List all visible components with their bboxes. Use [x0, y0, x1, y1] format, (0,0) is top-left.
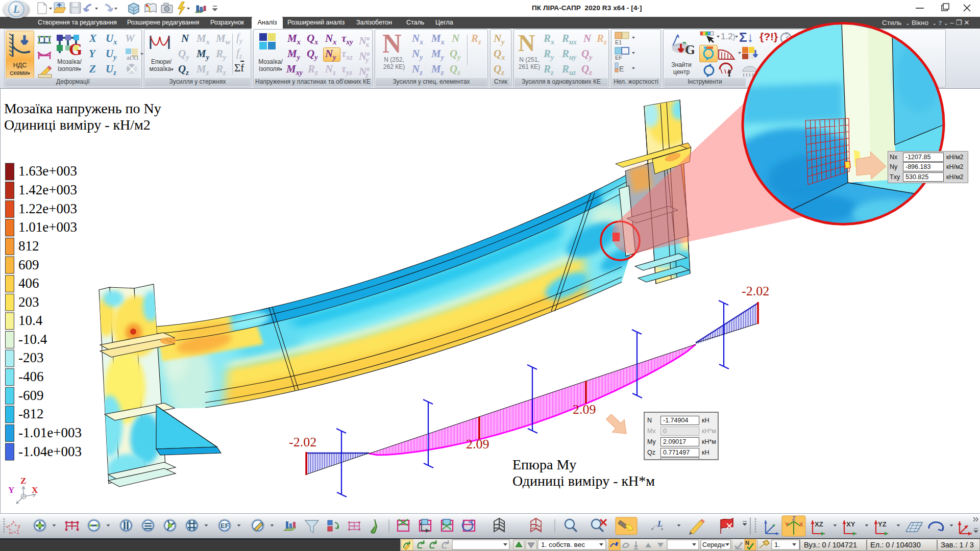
svg-text:Y: Y: [785, 521, 789, 528]
svg-text:EF: EF: [220, 522, 229, 530]
svg-text:X: X: [799, 521, 803, 528]
svg-text:YZ: YZ: [878, 520, 887, 528]
svg-text:1. собств. вес: 1. собств. вес: [541, 541, 585, 548]
svg-text:L: L: [657, 519, 663, 529]
svg-text:Z: Z: [792, 515, 796, 521]
svg-text:XY: XY: [846, 520, 855, 528]
svg-text:N: N: [745, 540, 749, 546]
svg-text:Середн: Середн: [702, 541, 725, 548]
svg-text:XZ: XZ: [815, 520, 823, 528]
svg-text:1.: 1.: [774, 541, 780, 548]
